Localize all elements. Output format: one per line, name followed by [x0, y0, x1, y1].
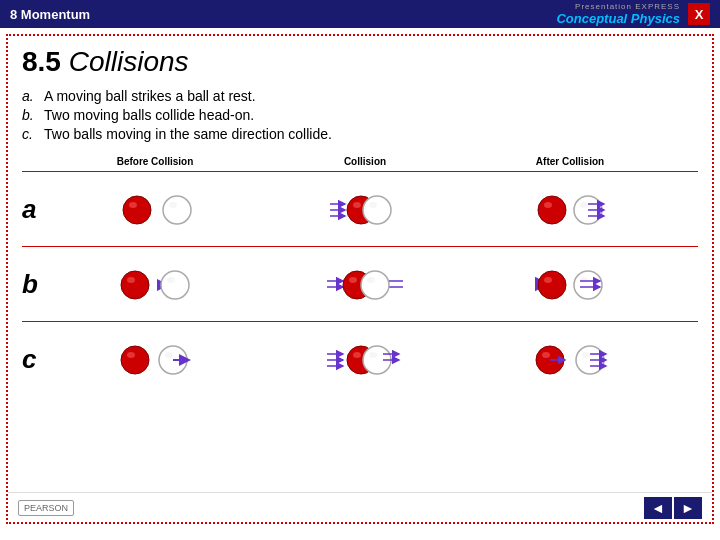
collision-b-diagram — [325, 257, 405, 312]
svg-point-9 — [353, 202, 361, 208]
collision-c — [260, 332, 470, 387]
bottom-bar: PEARSON ◄ ► — [8, 492, 712, 522]
svg-point-13 — [544, 202, 552, 208]
svg-point-24 — [167, 277, 175, 283]
item-label-b: b. — [22, 107, 36, 123]
svg-point-45 — [165, 352, 173, 358]
collision-a-diagram — [325, 182, 405, 237]
collision-c-diagram — [325, 332, 405, 387]
item-label-c: c. — [22, 126, 36, 142]
before-c-diagram — [115, 332, 195, 387]
svg-point-11 — [369, 202, 377, 208]
svg-point-12 — [538, 196, 566, 224]
svg-point-51 — [353, 352, 361, 358]
after-b — [470, 257, 670, 312]
col-header-collision: Collision — [260, 156, 470, 167]
diagram-row-b: b — [22, 246, 698, 321]
pe-bottom-label: Conceptual Physics — [556, 11, 680, 26]
section-number: 8.5 — [22, 46, 61, 77]
chapter-title: 8 Momentum — [10, 7, 90, 22]
svg-point-31 — [361, 271, 389, 299]
svg-point-15 — [580, 202, 588, 208]
svg-point-21 — [127, 277, 135, 283]
nav-next-button[interactable]: ► — [674, 497, 702, 519]
svg-point-23 — [161, 271, 189, 299]
list-item: b. Two moving balls collide head-on. — [22, 107, 698, 123]
row-content-c — [50, 332, 698, 387]
before-c — [50, 332, 260, 387]
svg-point-3 — [163, 196, 191, 224]
svg-point-60 — [582, 352, 590, 358]
svg-point-42 — [121, 346, 149, 374]
before-b-diagram — [115, 257, 195, 312]
presentation-express-logo: Presentation EXPRESS Conceptual Physics — [556, 2, 680, 26]
diagram-row-c: c — [22, 321, 698, 396]
pearson-logo: PEARSON — [18, 500, 74, 516]
item-text-b: Two moving balls collide head-on. — [44, 107, 254, 123]
svg-point-43 — [127, 352, 135, 358]
svg-point-38 — [580, 277, 588, 283]
svg-point-36 — [544, 277, 552, 283]
after-a-diagram — [530, 182, 610, 237]
svg-point-4 — [169, 202, 177, 208]
collision-b — [260, 257, 470, 312]
nav-prev-button[interactable]: ◄ — [644, 497, 672, 519]
section-text: Collisions — [69, 46, 189, 77]
content-area: 8.5 Collisions a. A moving ball strikes … — [6, 34, 714, 524]
svg-point-53 — [369, 352, 377, 358]
svg-point-10 — [363, 196, 391, 224]
svg-point-37 — [574, 271, 602, 299]
svg-point-57 — [542, 352, 550, 358]
after-a — [470, 182, 670, 237]
diagram-area: Before Collision Collision After Collisi… — [22, 156, 698, 396]
before-b — [50, 257, 260, 312]
row-label-a: a — [22, 194, 50, 225]
after-c — [470, 332, 670, 387]
col-headers: Before Collision Collision After Collisi… — [50, 156, 698, 167]
list-item: c. Two balls moving in the same directio… — [22, 126, 698, 142]
item-text-c: Two balls moving in the same direction c… — [44, 126, 332, 142]
svg-point-2 — [129, 202, 137, 208]
header: 8 Momentum Presentation EXPRESS Conceptu… — [0, 0, 720, 28]
svg-point-30 — [349, 277, 357, 283]
pe-top-label: Presentation EXPRESS — [575, 2, 680, 11]
svg-point-35 — [538, 271, 566, 299]
list-item: a. A moving ball strikes a ball at rest. — [22, 88, 698, 104]
row-content-a — [50, 182, 698, 237]
item-text-a: A moving ball strikes a ball at rest. — [44, 88, 256, 104]
row-content-b — [50, 257, 698, 312]
collision-a — [260, 182, 470, 237]
row-label-c: c — [22, 344, 50, 375]
after-b-diagram — [530, 257, 610, 312]
item-label-a: a. — [22, 88, 36, 104]
close-button[interactable]: X — [688, 3, 710, 25]
svg-point-20 — [121, 271, 149, 299]
diagram-row-a: a — [22, 171, 698, 246]
after-c-diagram — [530, 332, 610, 387]
col-header-after: After Collision — [470, 156, 670, 167]
row-label-b: b — [22, 269, 50, 300]
svg-point-1 — [123, 196, 151, 224]
nav-buttons: ◄ ► — [644, 497, 702, 519]
before-a-diagram — [115, 182, 195, 237]
section-title: 8.5 Collisions — [22, 46, 698, 78]
before-a — [50, 182, 260, 237]
items-list: a. A moving ball strikes a ball at rest.… — [22, 88, 698, 142]
header-right: Presentation EXPRESS Conceptual Physics … — [556, 2, 710, 26]
svg-point-32 — [367, 277, 375, 283]
col-header-before: Before Collision — [50, 156, 260, 167]
